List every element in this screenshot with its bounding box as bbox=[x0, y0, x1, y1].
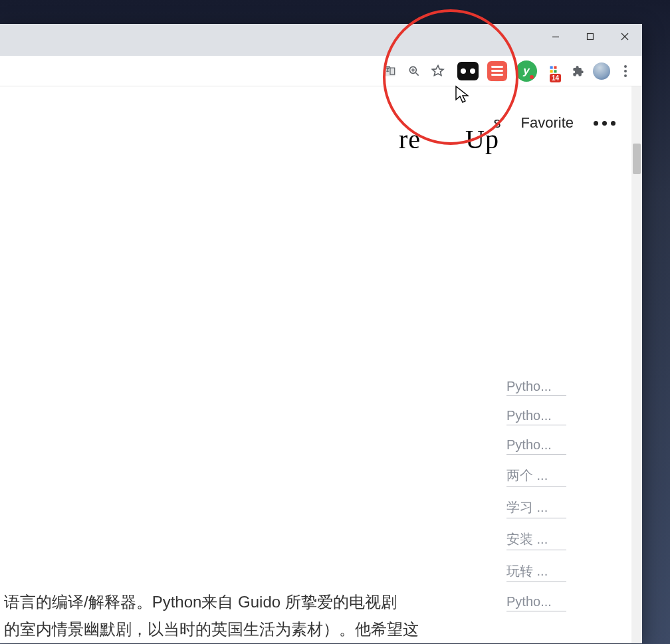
page-viewport: s Favorite re Up Pytho... Pytho... Pytho… bbox=[0, 86, 642, 643]
body-line: 的室内情景幽默剧，以当时的英国生活为素材）。他希望这 bbox=[4, 616, 425, 643]
nav-more-icon[interactable] bbox=[594, 121, 615, 126]
y-extension-icon: y bbox=[516, 60, 537, 82]
scrollbar-thumb[interactable] bbox=[633, 144, 641, 174]
minimize-button[interactable] bbox=[538, 24, 573, 49]
toc-link[interactable]: 安装 ... bbox=[506, 530, 566, 550]
toc-link[interactable]: 玩转 ... bbox=[506, 562, 566, 582]
browser-window: y 14 s Favorite re Up Pytho... Pytho... … bbox=[0, 24, 642, 643]
title-bar bbox=[0, 24, 642, 56]
scrollbar-track[interactable] bbox=[631, 86, 642, 643]
svg-rect-1 bbox=[588, 34, 594, 40]
browser-toolbar: y 14 bbox=[0, 56, 642, 86]
pinned-extensions: y bbox=[453, 58, 541, 84]
table-of-contents: Pytho... Pytho... Pytho... 两个 ... 学习 ...… bbox=[506, 379, 566, 611]
extension-1[interactable] bbox=[457, 60, 479, 82]
heading-fragment-1: re bbox=[399, 124, 421, 155]
extension-3[interactable]: y bbox=[516, 60, 537, 82]
toc-link[interactable]: 学习 ... bbox=[506, 498, 566, 518]
page-top-nav: s Favorite bbox=[494, 114, 615, 132]
close-button[interactable] bbox=[608, 24, 642, 49]
article-body-fragment: 语言的编译/解释器。Python来自 Guido 所挚爱的电视剧 的室内情景幽默… bbox=[0, 589, 425, 643]
body-line: 语言的编译/解释器。Python来自 Guido 所挚爱的电视剧 bbox=[4, 589, 425, 616]
svg-rect-0 bbox=[552, 37, 559, 37]
maximize-button[interactable] bbox=[573, 24, 608, 49]
toc-link[interactable]: Pytho... bbox=[506, 594, 566, 611]
svg-rect-9 bbox=[554, 70, 556, 72]
nav-item-favorite[interactable]: Favorite bbox=[521, 114, 574, 132]
browser-menu-button[interactable] bbox=[614, 60, 637, 82]
apps-badge: 14 bbox=[550, 74, 561, 82]
toc-link[interactable]: Pytho... bbox=[506, 408, 566, 425]
toc-link[interactable]: Pytho... bbox=[506, 437, 566, 455]
apps-icon[interactable]: 14 bbox=[545, 61, 565, 81]
kebab-icon bbox=[615, 61, 635, 81]
extension-2[interactable] bbox=[487, 60, 508, 82]
profile-avatar[interactable] bbox=[590, 60, 613, 82]
svg-rect-6 bbox=[550, 66, 553, 68]
translate-icon[interactable] bbox=[379, 60, 401, 82]
svg-rect-7 bbox=[554, 66, 556, 68]
toc-link[interactable]: 两个 ... bbox=[506, 467, 566, 486]
bookmark-star-icon[interactable] bbox=[427, 60, 449, 82]
svg-rect-8 bbox=[550, 70, 553, 72]
avatar-icon bbox=[593, 62, 610, 80]
heading-fragment-2: Up bbox=[465, 124, 499, 155]
window-controls bbox=[538, 24, 642, 49]
reader-icon bbox=[487, 61, 507, 81]
extensions-puzzle-icon[interactable] bbox=[566, 60, 589, 82]
toc-link[interactable]: Pytho... bbox=[506, 379, 566, 396]
svg-line-3 bbox=[416, 72, 419, 75]
zoom-icon[interactable] bbox=[403, 60, 425, 82]
binoculars-icon bbox=[457, 62, 479, 80]
